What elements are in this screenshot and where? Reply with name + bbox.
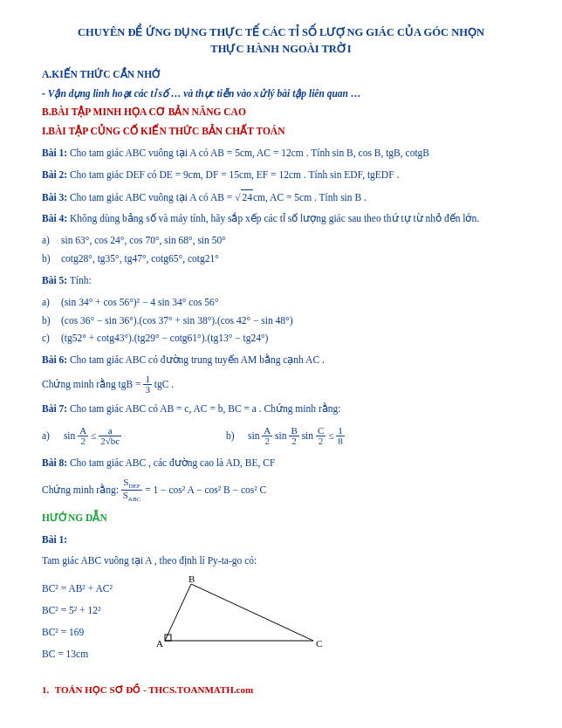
page-footer: 1. TOÁN HỌC SƠ ĐỒ - THCS.TOANMATH.com — [42, 683, 520, 697]
frac-den: SABC — [121, 491, 143, 504]
section-a-heading: A.KIẾN THỨC CẦN NHỚ — [42, 67, 520, 83]
exercise-5-text: Tính: — [70, 275, 92, 285]
exercise-6-proof-text: Chứng minh rằng tgB = — [42, 379, 143, 389]
sin-text: sin — [302, 430, 313, 441]
le-text: ≤ — [328, 430, 336, 441]
exercise-4-text: Không dùng bảng số và máy tính, hãy sắp … — [70, 213, 479, 223]
frac-den: 2 — [289, 436, 298, 447]
exercise-5: Bài 5: Tính: — [42, 273, 520, 289]
exercise-5-b-text: (cos 36° − sin 36°).(cos 37° + sin 38°).… — [61, 315, 293, 326]
exercise-8-label: Bài 8: — [42, 457, 67, 468]
guide-heading: HƯỚNG DẪN — [42, 511, 520, 526]
frac-num: SDEF — [121, 477, 143, 491]
frac-den: 2 — [78, 436, 88, 447]
exercise-6-proof: Chứng minh rằng tgB = 13 tgC . — [42, 374, 520, 395]
svg-marker-0 — [165, 584, 313, 641]
exercise-3-pre: Cho tam giác ABC vuông tại A có AB = — [70, 192, 235, 203]
exercise-4-label: Bài 4: — [42, 213, 67, 223]
exercise-2-label: Bài 2: — [42, 169, 67, 180]
frac-den: 8 — [336, 436, 345, 447]
eq-1: BC² = AB² + AC² — [42, 581, 113, 597]
section-i-heading: I.BÀI TẬP CỦNG CỐ KIẾN THỨC BẢN CHẤT TOÁ… — [42, 124, 520, 140]
exercise-3: Bài 3: Cho tam giác ABC vuông tại A có A… — [42, 189, 520, 206]
exercise-2-text: Cho tam giác DEF có DE = 9cm, DF = 15cm,… — [70, 169, 399, 180]
item-label-b: b) — [42, 313, 61, 329]
frac-den: 2√bc — [99, 436, 121, 447]
exercise-1-label: Bài 1: — [42, 148, 67, 158]
item-label-a: a) — [42, 295, 61, 311]
exercise-7-text: Cho tam giác ABC có AB = c, AC = b, BC =… — [70, 403, 340, 414]
exercise-1: Bài 1: Cho tam giác ABC vuông tại A có A… — [42, 146, 520, 161]
guide-ex1-label: Bài 1: — [42, 532, 520, 548]
exercise-3-sqrt: 24 — [241, 189, 253, 206]
item-label-c: c) — [42, 331, 61, 347]
exercise-4: Bài 4: Không dùng bảng số và máy tính, h… — [42, 211, 520, 227]
figure-row: BC² = AB² + AC² BC² = 5² + 12² BC² = 169… — [42, 575, 520, 668]
exercise-8-text: Cho tam giác ABC , các đường cao là AD, … — [70, 457, 275, 468]
frac-den: 2 — [262, 436, 272, 447]
vertex-a: A — [156, 638, 163, 649]
exercise-4-b-text: cotg28°, tg35°, tg47°, cotg65°, cotg21° — [61, 253, 219, 264]
eq-3: BC² = 169 — [42, 625, 113, 641]
exercise-4-b: b)cotg28°, tg35°, tg47°, cotg65°, cotg21… — [42, 251, 520, 267]
fraction-icon: a2√bc — [99, 426, 121, 447]
page-number: 1. — [42, 684, 49, 695]
item-label-b: b) — [226, 429, 245, 444]
exercise-5-b: b)(cos 36° − sin 36°).(cos 37° + sin 38°… — [42, 313, 520, 329]
fraction-icon: B2 — [289, 426, 298, 447]
le-text: ≤ — [91, 430, 99, 441]
sin-text: sin — [275, 430, 286, 441]
doc-title-2: THỰC HÀNH NGOÀI TRỜI — [42, 41, 520, 58]
exercise-6: Bài 6: Cho tam giác ABC có đường trung t… — [42, 353, 520, 368]
exercise-8-proof-text: Chứng minh rằng: — [42, 484, 121, 494]
exercise-8-tail: = 1 − cos² A − cos² B − cos² C — [145, 484, 266, 494]
exercise-5-c-text: (tg52° + cotg43°).(tg29° − cotg61°).(tg1… — [61, 333, 268, 343]
vertex-b: B — [188, 575, 195, 584]
exercise-5-a: a)(sin 34° + cos 56°)² − 4 sin 34° cos 5… — [42, 295, 520, 311]
eq-2: BC² = 5² + 12² — [42, 603, 113, 619]
exercise-3-post: cm, AC = 5cm . Tính sin B . — [253, 192, 367, 203]
exercise-8: Bài 8: Cho tam giác ABC , các đường cao … — [42, 456, 520, 471]
fraction-icon: 13 — [143, 374, 152, 395]
fraction-icon: A2 — [78, 426, 88, 447]
guide-ex1-text: Tam giác ABC vuông tại A , theo định lí … — [42, 553, 520, 569]
vertex-c: C — [316, 638, 322, 649]
equation-block: BC² = AB² + AC² BC² = 5² + 12² BC² = 169… — [42, 575, 113, 668]
sqrt-icon — [235, 192, 240, 203]
exercise-5-a-text: (sin 34° + cos 56°)² − 4 sin 34° cos 56° — [61, 297, 218, 307]
frac-den: 2 — [316, 436, 326, 447]
exercise-2: Bài 2: Cho tam giác DEF có DE = 9cm, DF … — [42, 168, 520, 183]
sub-abc: ABC — [128, 496, 140, 503]
triangle-diagram: A B C — [139, 575, 322, 654]
svg-rect-1 — [165, 635, 171, 641]
exercise-7: Bài 7: Cho tam giác ABC có AB = c, AC = … — [42, 402, 520, 417]
fraction-icon: 18 — [336, 426, 345, 447]
item-label-b: b) — [42, 251, 61, 267]
exercise-4-a: a)sin 63°, cos 24°, cos 70°, sin 68°, si… — [42, 233, 520, 249]
fraction-icon: C2 — [316, 426, 326, 447]
item-label-a: a) — [42, 429, 61, 444]
exercise-7-label: Bài 7: — [42, 403, 67, 414]
fraction-icon: A2 — [262, 426, 272, 447]
exercise-1-text: Cho tam giác ABC vuông tại A có AB = 5cm… — [70, 148, 429, 158]
exercise-7-b: b) sin A2 sin B2 sin C2 ≤ 18 — [226, 426, 345, 447]
section-a-note: - Vận dụng linh hoạt các tỉ số … và thực… — [42, 86, 520, 102]
exercise-6-label: Bài 6: — [42, 354, 67, 365]
exercise-5-label: Bài 5: — [42, 275, 67, 285]
sin-text: sin — [248, 430, 259, 441]
frac-den: 3 — [143, 385, 152, 395]
sub-def: DEF — [128, 483, 140, 490]
sin-text: sin — [64, 430, 75, 441]
section-b-heading: B.BÀI TẬP MINH HỌA CƠ BẢN NÂNG CAO — [42, 105, 520, 120]
doc-title-1: CHUYÊN ĐỀ ỨNG DỤNG THỰC TẾ CÁC TỈ SỐ LƯỢ… — [42, 24, 520, 41]
exercise-8-proof: Chứng minh rằng: SDEF SABC = 1 − cos² A … — [42, 477, 520, 504]
fraction-icon: SDEF SABC — [121, 477, 143, 504]
exercise-3-label: Bài 3: — [42, 192, 67, 203]
footer-text: TOÁN HỌC SƠ ĐỒ - THCS.TOANMATH.com — [52, 684, 253, 695]
exercise-4-a-text: sin 63°, cos 24°, cos 70°, sin 68°, sin … — [61, 235, 226, 245]
exercise-6-tail: tgC . — [154, 379, 174, 389]
exercise-7-a: a) sin A2 ≤ a2√bc — [42, 426, 121, 447]
exercise-5-c: c)(tg52° + cotg43°).(tg29° − cotg61°).(t… — [42, 331, 520, 347]
eq-4: BC = 13cm — [42, 647, 113, 663]
item-label-a: a) — [42, 233, 61, 249]
